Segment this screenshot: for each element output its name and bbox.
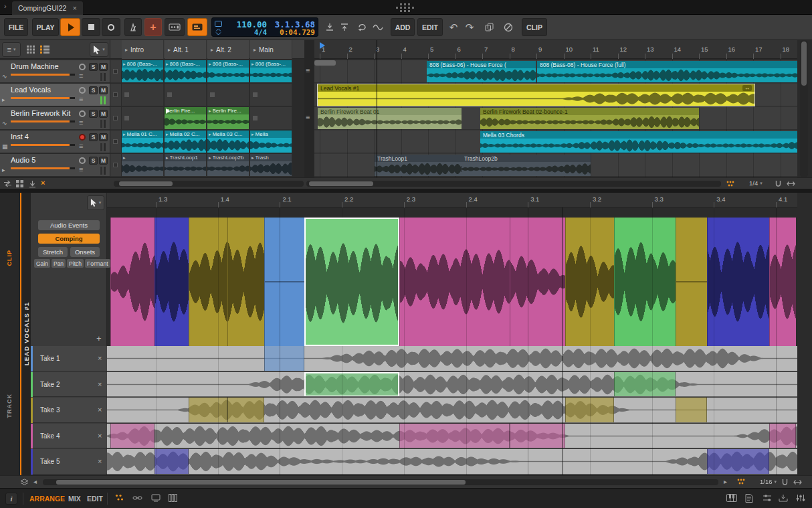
clip-stop-cell[interactable] <box>110 131 121 153</box>
mixer-panel-icon[interactable] <box>796 494 805 502</box>
loop-button[interactable] <box>354 18 369 36</box>
timeline-hscrollbar[interactable] <box>306 181 721 187</box>
clip-loop-icon[interactable]: ↔ <box>742 85 752 91</box>
edit-view-button[interactable]: EDIT <box>87 495 103 503</box>
clip-slot[interactable]: ▸808 (Bass-... <box>207 60 249 83</box>
arranger-clip[interactable]: TrashLoop1 <box>375 155 462 176</box>
comp-segment[interactable] <box>189 218 227 346</box>
group-menu-icon[interactable]: ≡ <box>306 113 310 121</box>
clip-stop-cell[interactable] <box>110 154 121 177</box>
clip-launch-icon[interactable]: ▸ <box>123 132 126 137</box>
clip-slot[interactable] <box>165 84 207 106</box>
timeline-zoom-handle[interactable] <box>314 60 336 66</box>
tempo-tap-button[interactable] <box>215 21 222 27</box>
close-crosses-icon[interactable]: × <box>41 179 45 187</box>
zoom-fit-icon[interactable] <box>737 479 745 485</box>
launcher-clip[interactable]: ▸808 (Bass-... <box>122 60 163 82</box>
clip-slot[interactable] <box>250 107 292 130</box>
clip-slot[interactable]: ▸Mella <box>250 131 292 153</box>
controller-button[interactable] <box>165 18 185 36</box>
panel-layout-icon[interactable] <box>169 494 177 502</box>
punch-out-button[interactable] <box>338 18 350 36</box>
launcher-clip[interactable]: ▸TrashLoop1 <box>165 154 206 176</box>
comping-button[interactable]: Comping <box>38 234 100 244</box>
beat-grid-icon[interactable] <box>726 181 734 187</box>
launcher-hscrollbar[interactable] <box>114 181 304 187</box>
scrollbar-handle[interactable] <box>119 181 173 186</box>
mix-view-button[interactable]: MIX <box>68 495 81 503</box>
take-remove-icon[interactable]: × <box>98 354 102 362</box>
launcher-clip[interactable]: ▸808 (Bass-... <box>165 60 206 82</box>
note-editor-panel-icon[interactable] <box>745 494 753 503</box>
take-lane[interactable] <box>107 372 797 398</box>
clip-launch-icon[interactable]: ▸ <box>251 62 254 67</box>
take-used-region[interactable] <box>110 424 155 449</box>
solo-button[interactable]: S <box>89 110 98 118</box>
take-used-region[interactable] <box>189 398 227 423</box>
clip-slot[interactable]: ▸Berlin Fire... <box>207 107 249 130</box>
track-header[interactable]: Drum Machine∿SM≡ <box>0 60 110 83</box>
take-lane[interactable] <box>107 398 797 423</box>
volume-bar[interactable] <box>11 144 75 146</box>
auto-scroll-icon[interactable] <box>3 180 12 187</box>
adaptive-grid-icon[interactable] <box>787 180 795 187</box>
volume-bar[interactable] <box>11 167 75 169</box>
arranger-clip[interactable]: Berlin Firework Beat 02-bounce-1 <box>480 108 699 129</box>
tab-close-icon[interactable]: × <box>72 4 76 12</box>
clip-launch-icon[interactable]: ▸ <box>209 62 211 67</box>
arranger-snap-setting[interactable]: 1/4▾ <box>749 179 763 187</box>
adaptive-grid-icon[interactable] <box>793 479 802 486</box>
copy-button[interactable] <box>482 18 496 36</box>
editor-snap-setting[interactable]: 1/16▾ <box>760 478 777 485</box>
clip-stop-cell[interactable] <box>110 107 121 130</box>
scene-launch-icon[interactable]: ▸ <box>168 47 171 53</box>
clip-slot[interactable]: ▸808 (Bass-... <box>122 60 164 83</box>
tab-track[interactable]: TRACK <box>6 394 13 418</box>
clip-slot[interactable] <box>250 84 292 106</box>
arranger-clip[interactable]: 808 (Bass-08) - House Force (full) <box>537 61 797 82</box>
launcher-clip[interactable]: ▸808 (Bass-... <box>207 60 249 82</box>
comp-segment[interactable] <box>304 218 399 346</box>
formant-chip[interactable]: Formant <box>85 259 110 268</box>
time-display-value[interactable]: 0:04.729 <box>271 28 315 37</box>
mute-button[interactable]: M <box>99 110 108 118</box>
comp-segment[interactable] <box>565 218 614 346</box>
window-menu-chevron-icon[interactable]: › <box>4 2 7 10</box>
clip-launch-icon[interactable]: ▸ <box>209 155 211 161</box>
take-used-region[interactable] <box>399 424 510 449</box>
take-used-region[interactable] <box>304 372 399 398</box>
track-menu-icon[interactable]: ≡ <box>79 95 83 103</box>
redo-button[interactable]: ↷ <box>463 18 476 36</box>
scene-header[interactable]: ▸Intro <box>122 40 164 59</box>
mute-button[interactable]: M <box>99 63 108 71</box>
arranger-clip[interactable]: TrashLoop2b <box>462 155 591 176</box>
arrange-view-button[interactable]: ARRANGE <box>29 495 65 503</box>
solo-button[interactable]: S <box>89 86 98 94</box>
scene-header[interactable]: ▸Main <box>250 40 292 59</box>
undo-button[interactable]: ↶ <box>447 18 460 36</box>
take-used-region[interactable] <box>707 449 769 475</box>
link-icon[interactable] <box>132 494 142 502</box>
browser-panel-icon[interactable] <box>779 494 788 502</box>
comp-segment[interactable] <box>264 218 304 346</box>
arranger-vertical-scrollbar[interactable] <box>800 40 808 177</box>
stretch-button[interactable]: Stretch <box>38 247 68 257</box>
scene-launch-icon[interactable]: ▸ <box>211 47 213 53</box>
take-label-row[interactable]: Take 5× <box>31 449 107 475</box>
scroll-right-icon[interactable]: ▸ <box>724 478 727 485</box>
take-remove-icon[interactable]: × <box>98 457 102 465</box>
editor-hscrollbar[interactable] <box>43 479 718 485</box>
track-header[interactable]: Inst 4▦SM≡ <box>0 131 110 153</box>
comp-segment[interactable] <box>399 218 510 346</box>
take-used-region[interactable] <box>264 346 304 371</box>
take-used-region[interactable] <box>614 372 676 398</box>
launcher-clip[interactable]: ▸808 (Bass-... <box>250 60 292 82</box>
gain-chip[interactable]: Gain <box>34 259 50 268</box>
clip-stop-cell[interactable] <box>110 60 121 83</box>
clip-slot[interactable]: ▸Mella 02 C... <box>165 131 207 153</box>
tempo-nudge-buttons[interactable] <box>215 28 222 35</box>
launcher-clip[interactable]: ▸TrashLoop2b <box>207 154 249 176</box>
clip-slot[interactable] <box>122 107 164 130</box>
automation-panel-icon[interactable] <box>763 494 772 502</box>
arranger-ruler[interactable]: 123456789101112131415161718 <box>314 40 797 59</box>
